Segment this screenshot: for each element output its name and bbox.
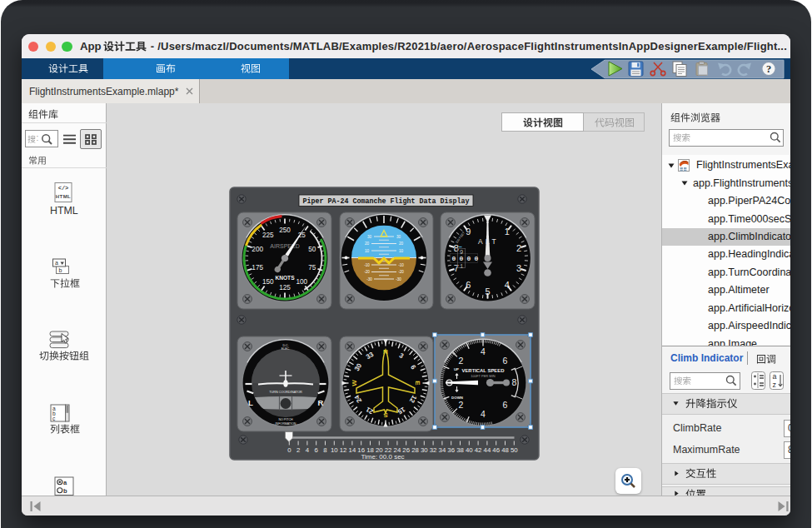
svg-text:250: 250 [279,227,291,234]
svg-text:0: 0 [467,255,471,262]
svg-text:8: 8 [323,446,326,454]
svg-text:4: 4 [306,446,310,454]
svg-text:225: 225 [262,232,274,239]
svg-text:-10: -10 [364,263,370,267]
svg-text:-10: -10 [398,263,404,267]
svg-text:INFORMATION: INFORMATION [276,422,296,426]
svg-text:1: 1 [460,263,463,270]
svg-text:36: 36 [447,446,455,454]
svg-text:6: 6 [315,446,318,454]
svg-text:48: 48 [501,446,509,454]
svg-text:Piper PA-24 Comanche Flight Da: Piper PA-24 Comanche Flight Data Display [303,197,470,206]
svg-text:8: 8 [512,377,517,387]
svg-text:1: 1 [505,227,510,237]
svg-text:6: 6 [503,400,508,410]
svg-text:44: 44 [484,446,491,454]
svg-text:6: 6 [503,356,508,366]
svg-text:-30: -30 [366,277,372,281]
svg-text:a: a [55,260,58,266]
svg-text:28: 28 [411,446,419,454]
svg-text:KNOTS: KNOTS [275,275,295,281]
svg-text:32: 32 [430,446,437,454]
svg-text:R: R [318,398,324,407]
svg-text:b: b [59,267,62,273]
svg-text:0: 0 [475,255,479,262]
svg-text:L: L [248,398,253,407]
svg-text:Time: 00.0 sec: Time: 00.0 sec [361,453,404,461]
svg-text:125: 125 [279,284,291,291]
svg-text:0: 0 [287,446,291,454]
svg-text:3: 3 [516,263,521,273]
svg-text:34: 34 [439,446,446,454]
svg-text:2: 2 [296,446,300,454]
svg-text:50: 50 [308,246,316,253]
svg-text:10: 10 [399,249,404,253]
svg-text:12: 12 [340,446,347,454]
svg-text:VERTICAL SPEED: VERTICAL SPEED [462,368,505,373]
svg-text:200: 200 [252,246,263,253]
svg-text:10: 10 [365,249,370,253]
svg-text:UP: UP [454,367,459,371]
svg-text:NO PITCH: NO PITCH [278,418,293,421]
svg-text:-20: -20 [398,270,404,274]
svg-text:-30: -30 [396,277,401,281]
svg-text:100: 100 [296,278,307,286]
svg-text:50: 50 [511,446,518,454]
svg-text:b: b [63,487,67,495]
svg-text:7: 7 [454,263,459,273]
svg-text:30: 30 [396,235,401,239]
svg-text:4: 4 [481,409,486,419]
svg-text:9: 9 [460,249,463,256]
svg-text:150: 150 [262,278,274,286]
svg-text:4: 4 [481,346,486,356]
svg-text:E: E [414,381,421,386]
svg-text:14: 14 [349,446,356,454]
svg-text:20: 20 [365,242,370,246]
svg-text:-20: -20 [364,270,370,274]
svg-text:75: 75 [308,264,316,271]
svg-text:</>: </> [58,185,69,192]
svg-text:100FT PER MIN: 100FT PER MIN [471,374,495,378]
svg-text:20: 20 [399,242,404,246]
svg-text:2: 2 [459,356,464,366]
svg-text:ELEC.: ELEC. [281,347,290,351]
svg-text:2: 2 [459,400,464,410]
svg-text:2: 2 [516,243,521,253]
svg-text:9: 9 [466,227,471,237]
svg-text:0: 0 [452,255,456,262]
svg-text:TURN COORDINATOR: TURN COORDINATOR [269,391,302,394]
svg-text:DOWN: DOWN [451,396,463,400]
svg-text:30: 30 [367,235,372,239]
svg-text:a: a [773,372,777,381]
svg-text:HTML: HTML [56,194,71,199]
svg-text:5: 5 [485,286,490,296]
svg-text:46: 46 [492,446,500,454]
svg-text:0: 0 [460,255,464,262]
svg-text:W: W [351,380,358,386]
svg-text:10: 10 [331,446,338,454]
svg-text:4: 4 [505,280,510,290]
svg-text:6: 6 [466,280,471,290]
svg-text:38: 38 [456,446,464,454]
svg-text:8: 8 [454,243,459,253]
svg-text:30: 30 [421,446,428,454]
svg-text:?: ? [766,63,771,75]
svg-text:175: 175 [252,264,263,271]
svg-text:z: z [773,381,777,389]
svg-text:42: 42 [475,446,482,454]
svg-text:40: 40 [466,446,473,454]
